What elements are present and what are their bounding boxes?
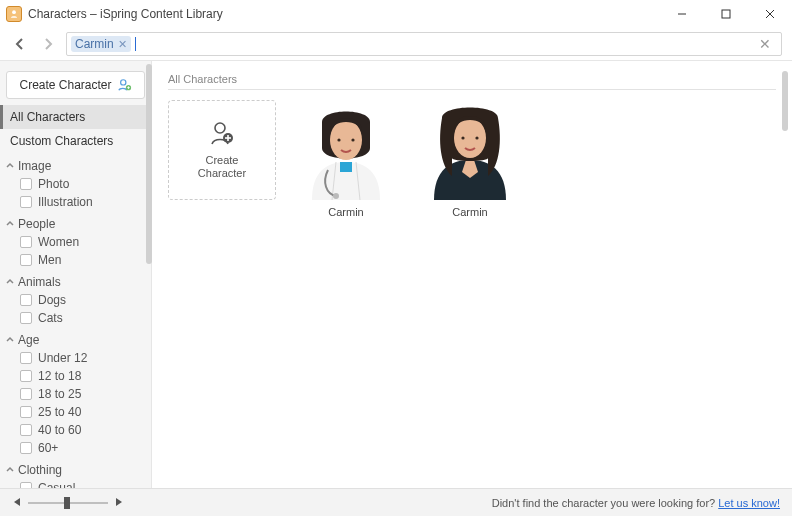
filter-option-label: Women [38, 235, 79, 249]
svg-point-0 [12, 10, 16, 14]
svg-point-17 [333, 193, 339, 199]
svg-point-19 [461, 136, 464, 139]
zoom-out-icon[interactable] [12, 497, 22, 509]
chevron-up-icon [6, 220, 14, 228]
svg-point-15 [337, 138, 340, 141]
search-clear-icon[interactable]: ✕ [753, 36, 777, 52]
search-tag-remove-icon[interactable]: ✕ [118, 38, 127, 51]
sidebar-item-custom-characters[interactable]: Custom Characters [0, 129, 151, 153]
filter-option-60plus[interactable]: 60+ [0, 439, 151, 457]
filter-option-label: 12 to 18 [38, 369, 81, 383]
content-scrollbar[interactable] [782, 71, 788, 131]
svg-marker-22 [116, 498, 122, 506]
person-plus-icon [118, 78, 132, 92]
svg-rect-2 [722, 10, 730, 18]
checkbox-icon [20, 178, 32, 190]
chevron-up-icon [6, 336, 14, 344]
create-tile-label-line1: Create [198, 154, 246, 167]
filter-option-casual[interactable]: Casual [0, 479, 151, 488]
text-caret [135, 37, 136, 51]
slider-thumb[interactable] [64, 497, 70, 509]
character-thumbnail [292, 100, 400, 200]
sidebar-item-label: Custom Characters [10, 134, 113, 148]
checkbox-icon [20, 406, 32, 418]
character-name: Carmin [292, 206, 400, 218]
status-prompt: Didn't find the character you were looki… [492, 497, 719, 509]
checkbox-icon [20, 352, 32, 364]
slider-track[interactable] [28, 502, 108, 504]
filter-option-photo[interactable]: Photo [0, 175, 151, 193]
checkbox-icon [20, 236, 32, 248]
search-tag[interactable]: Carmin ✕ [71, 36, 131, 52]
create-tile-label: Create Character [198, 154, 246, 180]
create-character-button[interactable]: Create Character [6, 71, 145, 99]
checkbox-icon [20, 388, 32, 400]
status-bar: Didn't find the character you were looki… [0, 488, 792, 516]
filter-option-12to18[interactable]: 12 to 18 [0, 367, 151, 385]
svg-point-9 [215, 123, 225, 133]
chevron-up-icon [6, 466, 14, 474]
filter-option-label: Illustration [38, 195, 93, 209]
create-tile-label-line2: Character [198, 167, 246, 180]
filter-option-label: Men [38, 253, 61, 267]
create-character-tile[interactable]: Create Character [168, 100, 276, 218]
filter-option-cats[interactable]: Cats [0, 309, 151, 327]
filter-group-clothing[interactable]: Clothing [0, 457, 151, 479]
filter-option-women[interactable]: Women [0, 233, 151, 251]
feedback-link[interactable]: Let us know! [718, 497, 780, 509]
search-input[interactable]: Carmin ✕ ✕ [66, 32, 782, 56]
forward-button[interactable] [38, 34, 58, 54]
filter-group-label: Animals [18, 275, 61, 289]
svg-marker-21 [14, 498, 20, 506]
filter-group-age[interactable]: Age [0, 327, 151, 349]
svg-rect-13 [340, 162, 352, 172]
nav-row: Carmin ✕ ✕ [0, 28, 792, 60]
minimize-button[interactable] [660, 0, 704, 28]
titlebar: Characters – iSpring Content Library [0, 0, 792, 28]
filter-option-label: Under 12 [38, 351, 87, 365]
filter-group-label: Image [18, 159, 51, 173]
character-card[interactable]: Carmin [416, 100, 524, 218]
zoom-slider[interactable] [12, 497, 124, 509]
svg-point-16 [351, 138, 354, 141]
close-button[interactable] [748, 0, 792, 28]
filter-option-40to60[interactable]: 40 to 60 [0, 421, 151, 439]
character-thumbnail [416, 100, 524, 200]
sidebar-categories: All Characters Custom Characters [0, 105, 151, 153]
checkbox-icon [20, 196, 32, 208]
filter-option-18to25[interactable]: 18 to 25 [0, 385, 151, 403]
filter-option-label: Dogs [38, 293, 66, 307]
filter-option-dogs[interactable]: Dogs [0, 291, 151, 309]
filter-option-under12[interactable]: Under 12 [0, 349, 151, 367]
sidebar-item-all-characters[interactable]: All Characters [0, 105, 151, 129]
back-button[interactable] [10, 34, 30, 54]
filter-group-animals[interactable]: Animals [0, 269, 151, 291]
person-plus-icon [209, 120, 235, 146]
checkbox-icon [20, 254, 32, 266]
filter-group-image[interactable]: Image [0, 153, 151, 175]
svg-point-14 [330, 120, 362, 160]
filter-option-label: 40 to 60 [38, 423, 81, 437]
zoom-in-icon[interactable] [114, 497, 124, 509]
filter-group-label: People [18, 217, 55, 231]
filter-option-label: 18 to 25 [38, 387, 81, 401]
filter-option-men[interactable]: Men [0, 251, 151, 269]
section-divider [168, 89, 776, 90]
chevron-up-icon [6, 162, 14, 170]
checkbox-icon [20, 424, 32, 436]
svg-point-5 [120, 80, 125, 85]
content-area: All Characters Create [152, 61, 792, 488]
filter-option-illustration[interactable]: Illustration [0, 193, 151, 211]
checkbox-icon [20, 370, 32, 382]
window-title: Characters – iSpring Content Library [28, 7, 223, 21]
sidebar-item-label: All Characters [10, 110, 85, 124]
app-icon [6, 6, 22, 22]
filter-group-people[interactable]: People [0, 211, 151, 233]
filter-option-25to40[interactable]: 25 to 40 [0, 403, 151, 421]
maximize-button[interactable] [704, 0, 748, 28]
svg-point-20 [475, 136, 478, 139]
filter-panel: Image Photo Illustration People Women Me… [0, 153, 151, 488]
sidebar: Create Character All Characters Custom C… [0, 61, 152, 488]
svg-point-18 [454, 118, 486, 158]
character-card[interactable]: Carmin [292, 100, 400, 218]
